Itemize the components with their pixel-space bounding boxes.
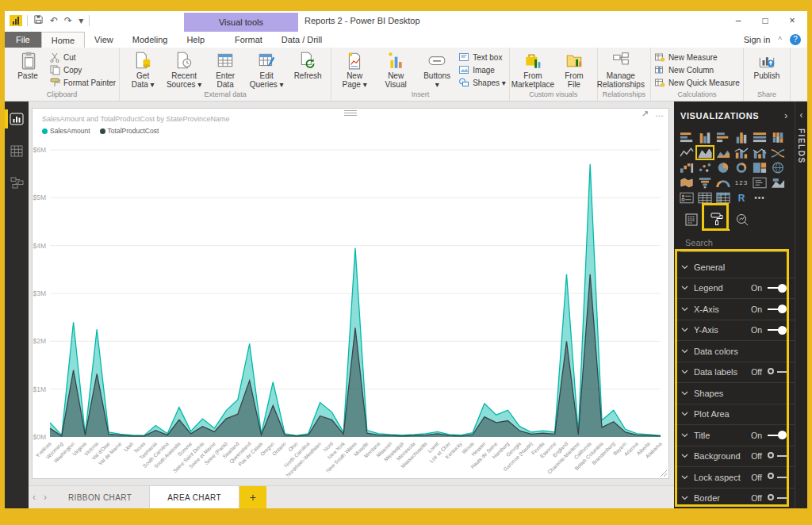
undo-button[interactable]: ↶ bbox=[49, 15, 59, 26]
menu-tab-help[interactable]: Help bbox=[177, 32, 214, 48]
page-prev-arrow[interactable]: ‹ bbox=[29, 486, 40, 508]
viz-type-stacked-area-icon[interactable] bbox=[714, 146, 732, 159]
image-button[interactable]: Image bbox=[458, 63, 506, 76]
fields-panel-collapsed[interactable]: ‹ FIELDS bbox=[795, 102, 807, 508]
new-column-button[interactable]: New Column bbox=[654, 63, 740, 76]
format-section-shapes[interactable]: Shapes bbox=[674, 383, 795, 404]
fields-expand-chevron[interactable]: ‹ bbox=[800, 109, 803, 121]
area-chart-visual[interactable]: ↗ … SalesAmount and TotalProductCost by … bbox=[32, 108, 669, 479]
new-measure-button[interactable]: New Measure bbox=[654, 51, 740, 63]
viz-type-card-icon[interactable]: 123 bbox=[733, 176, 750, 190]
buttons-button[interactable]: Buttons▾ bbox=[417, 49, 457, 89]
publish-button[interactable]: Publish bbox=[747, 49, 787, 80]
menu-tab-home[interactable]: Home bbox=[41, 32, 85, 48]
viz-type-line-clustered-column-icon[interactable] bbox=[751, 146, 768, 159]
viz-type-donut-icon[interactable] bbox=[733, 161, 750, 174]
viz-type-table-icon[interactable] bbox=[696, 191, 714, 205]
page-tab-area-chart[interactable]: AREA CHART bbox=[150, 486, 239, 508]
format-section-border[interactable]: BorderOff bbox=[674, 489, 795, 509]
background-toggle[interactable] bbox=[768, 451, 787, 461]
manage-relationships-button[interactable]: ManageRelationships bbox=[601, 49, 641, 89]
panel-collapse-chevron[interactable]: › bbox=[784, 109, 788, 121]
collapse-ribbon-chevron[interactable]: ^ bbox=[778, 36, 782, 44]
viz-type-multi-row-card-icon[interactable] bbox=[751, 176, 768, 190]
lock-aspect-toggle[interactable] bbox=[768, 473, 787, 482]
visual-resize-grip[interactable] bbox=[660, 469, 668, 477]
viz-type-pie-icon[interactable] bbox=[714, 161, 732, 174]
get-data-button[interactable]: GetData ▾ bbox=[123, 49, 163, 89]
report-view-button[interactable] bbox=[5, 109, 29, 128]
new-visual-button[interactable]: NewVisual bbox=[376, 49, 416, 89]
viz-type-treemap-icon[interactable] bbox=[751, 161, 768, 174]
viz-type-kpi-icon[interactable] bbox=[769, 176, 787, 190]
format-section-data-colors[interactable]: Data colors bbox=[674, 341, 795, 362]
border-toggle[interactable] bbox=[768, 493, 787, 503]
help-button[interactable]: ? bbox=[790, 34, 801, 45]
viz-type-matrix-icon[interactable] bbox=[714, 191, 732, 205]
chart-plot-area[interactable]: $0M$1M$2M$3M$4M$5M$6MYvelinesWyomingWash… bbox=[33, 137, 670, 480]
shapes-button[interactable]: Shapes ▾ bbox=[458, 76, 506, 89]
model-view-button[interactable] bbox=[5, 173, 29, 192]
page-tab-ribbon-chart[interactable]: RIBBON CHART bbox=[51, 486, 150, 508]
viz-type-funnel-icon[interactable] bbox=[696, 176, 714, 190]
viz-type-gauge-icon[interactable] bbox=[714, 176, 732, 190]
minimize-button[interactable]: – bbox=[725, 11, 752, 30]
menu-tab-format[interactable]: Format bbox=[225, 32, 272, 48]
viz-type-100-stacked-column-icon[interactable] bbox=[769, 131, 787, 144]
save-button[interactable] bbox=[33, 14, 44, 27]
viz-type-slicer-icon[interactable] bbox=[678, 191, 695, 205]
data-view-button[interactable] bbox=[5, 141, 29, 160]
viz-type-scatter-icon[interactable] bbox=[696, 161, 714, 174]
format-search-input[interactable] bbox=[685, 238, 798, 247]
paste-button[interactable]: Paste bbox=[8, 49, 48, 80]
format-section-y-axis[interactable]: Y-AxisOn bbox=[674, 320, 795, 342]
text-box-button[interactable]: Text box bbox=[458, 51, 506, 63]
refresh-button[interactable]: Refresh bbox=[288, 49, 327, 80]
menu-tab-modeling[interactable]: Modeling bbox=[123, 32, 178, 48]
legend-toggle[interactable] bbox=[768, 283, 787, 293]
analytics-pane-tab[interactable] bbox=[730, 209, 755, 231]
new-page-tab-button[interactable]: + bbox=[239, 486, 266, 508]
enter-data-button[interactable]: EnterData bbox=[205, 49, 245, 89]
maximize-button[interactable]: □ bbox=[752, 11, 779, 30]
recent-sources-button[interactable]: RecentSources ▾ bbox=[164, 49, 204, 89]
viz-type-more-icon[interactable]: ••• bbox=[751, 191, 768, 205]
menu-tab-file[interactable]: File bbox=[5, 32, 41, 48]
y-axis-toggle[interactable] bbox=[768, 325, 787, 335]
page-next-arrow[interactable]: › bbox=[40, 486, 51, 508]
viz-type-clustered-column-icon[interactable] bbox=[733, 131, 750, 144]
focus-mode-icon[interactable]: ↗ bbox=[642, 109, 649, 119]
data-labels-toggle[interactable] bbox=[768, 367, 787, 377]
edit-queries-button[interactable]: EditQueries ▾ bbox=[247, 49, 286, 89]
viz-type-waterfall-icon[interactable] bbox=[678, 161, 695, 174]
format-pane-tab[interactable] bbox=[704, 209, 730, 231]
format-painter-button[interactable]: Format Painter bbox=[49, 76, 116, 89]
viz-type-area-icon[interactable] bbox=[696, 146, 714, 159]
sign-in-link[interactable]: Sign in bbox=[744, 35, 771, 44]
viz-type-clustered-bar-icon[interactable] bbox=[714, 131, 732, 144]
format-section-legend[interactable]: LegendOn bbox=[674, 278, 795, 300]
menu-tab-data-drill[interactable]: Data / Drill bbox=[272, 32, 331, 48]
qat-customize-button[interactable]: ▾ bbox=[78, 15, 84, 26]
report-canvas[interactable]: ↗ … SalesAmount and TotalProductCost by … bbox=[29, 102, 674, 485]
redo-button[interactable]: ↷ bbox=[63, 15, 73, 26]
menu-tab-view[interactable]: View bbox=[85, 32, 123, 48]
viz-type-ribbon-icon[interactable] bbox=[769, 146, 787, 159]
visual-more-options-icon[interactable]: … bbox=[655, 109, 664, 119]
new-page-button[interactable]: NewPage ▾ bbox=[335, 49, 374, 89]
viz-type-stacked-column-icon[interactable] bbox=[696, 131, 714, 144]
viz-type-line-stacked-column-icon[interactable] bbox=[733, 146, 750, 159]
from-file-button[interactable]: FromFile bbox=[554, 49, 594, 89]
visual-drag-grip[interactable] bbox=[344, 110, 357, 116]
viz-type-100-stacked-bar-icon[interactable] bbox=[751, 131, 768, 144]
x-axis-toggle[interactable] bbox=[768, 305, 787, 314]
from-marketplace-button[interactable]: FromMarketplace bbox=[513, 49, 553, 89]
viz-type-line-icon[interactable] bbox=[678, 146, 695, 159]
format-section-plot-area[interactable]: Plot Area bbox=[674, 404, 795, 426]
format-section-title[interactable]: TitleOn bbox=[674, 425, 795, 446]
viz-type-r-script-icon[interactable]: R bbox=[733, 191, 750, 205]
copy-button[interactable]: Copy bbox=[49, 63, 116, 76]
viz-type-filled-map-icon[interactable] bbox=[678, 176, 695, 190]
area-chart-svg[interactable]: $0M$1M$2M$3M$4M$5M$6MYvelinesWyomingWash… bbox=[33, 137, 670, 478]
viz-type-stacked-bar-icon[interactable] bbox=[678, 131, 695, 144]
